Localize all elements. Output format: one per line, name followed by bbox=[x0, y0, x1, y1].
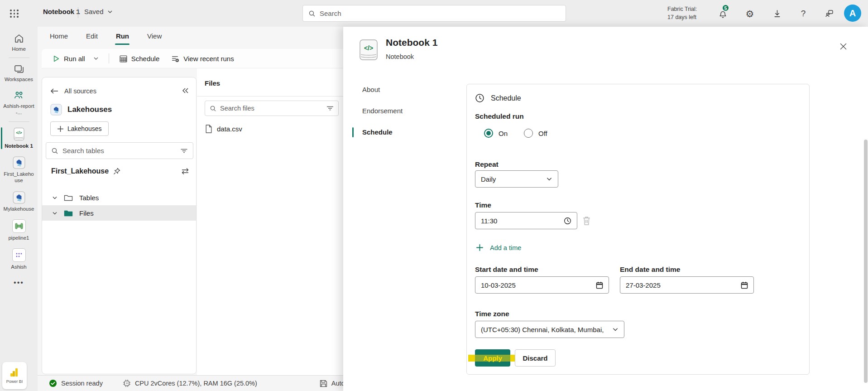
view-recent-runs-button[interactable]: View recent runs bbox=[168, 52, 237, 66]
cpu-icon bbox=[123, 379, 131, 387]
clock-icon[interactable] bbox=[564, 217, 571, 225]
schedule-label: Schedule bbox=[131, 55, 160, 63]
file-row-data-csv[interactable]: data.csv bbox=[205, 125, 242, 133]
workspaces-icon bbox=[14, 63, 24, 74]
radio-off-label: Off bbox=[538, 130, 547, 137]
add-lakehouses-button[interactable]: Lakehouses bbox=[50, 121, 109, 136]
nav-home[interactable]: Home bbox=[0, 27, 38, 56]
more-items-icon[interactable]: ••• bbox=[0, 274, 38, 291]
nav-pipeline1[interactable]: pipeline1 bbox=[0, 216, 38, 245]
timezone-value: (UTC+05:30) Chennai, Kolkata, Mumbai, Ne bbox=[481, 326, 604, 333]
save-status-label: Saved bbox=[84, 8, 104, 15]
repeat-value: Daily bbox=[481, 175, 496, 183]
product-label: Power BI bbox=[6, 379, 23, 384]
lakehouse-name-row[interactable]: First_Lakehouse bbox=[51, 167, 120, 175]
lakehouse-explorer: All sources Lakehouses Lakehouses bbox=[42, 77, 197, 374]
play-icon bbox=[53, 55, 60, 63]
repeat-dropdown[interactable]: Daily bbox=[475, 170, 558, 188]
trial-line1: Fabric Trial: bbox=[667, 5, 697, 13]
nav-label: pipeline1 bbox=[3, 235, 35, 241]
global-search-input[interactable] bbox=[320, 10, 560, 17]
schedule-button[interactable]: Schedule bbox=[115, 52, 163, 66]
end-date-input[interactable]: 27-03-2025 bbox=[620, 276, 754, 294]
modal-title: Notebook 1 bbox=[386, 37, 437, 48]
toolbar-divider bbox=[109, 53, 109, 63]
close-button[interactable] bbox=[836, 39, 850, 53]
collapse-panel-icon[interactable] bbox=[182, 87, 189, 94]
timezone-dropdown[interactable]: (UTC+05:30) Chennai, Kolkata, Mumbai, Ne bbox=[475, 321, 624, 338]
chevron-down-icon[interactable] bbox=[52, 195, 58, 200]
tab-edit[interactable]: Edit bbox=[86, 30, 98, 42]
chevron-down-icon[interactable] bbox=[93, 56, 99, 61]
nav-first-lakehouse[interactable]: First_Lakehouse bbox=[0, 153, 38, 188]
tables-search-input[interactable] bbox=[62, 147, 176, 154]
repeat-label: Repeat bbox=[475, 160, 499, 169]
apply-button[interactable]: Apply bbox=[475, 349, 510, 367]
nav-notebook-1[interactable]: </> Notebook 1 bbox=[0, 124, 38, 153]
discard-button[interactable]: Discard bbox=[515, 349, 556, 367]
notifications-button[interactable]: 5 bbox=[715, 6, 730, 21]
nav-workspace-ashish[interactable]: Ashish bbox=[0, 245, 38, 274]
file-name: data.csv bbox=[217, 125, 242, 133]
chevron-down-icon[interactable] bbox=[52, 210, 58, 216]
nav-workspace-ashish-report[interactable]: Ashish-report-... bbox=[0, 87, 38, 120]
folder-icon bbox=[64, 194, 73, 202]
session-ready-icon bbox=[49, 379, 57, 387]
run-all-button[interactable]: Run all bbox=[49, 52, 102, 65]
calendar-icon[interactable] bbox=[741, 281, 748, 289]
product-switcher[interactable]: Power BI bbox=[2, 362, 27, 389]
modal-nav: About Endorsement Schedule bbox=[362, 85, 403, 137]
notebook-icon: </> bbox=[13, 127, 25, 141]
modal-scrollbar[interactable] bbox=[864, 140, 868, 383]
search-icon bbox=[308, 10, 316, 17]
nav-item-endorsement[interactable]: Endorsement bbox=[362, 106, 403, 116]
nav-item-about[interactable]: About bbox=[362, 85, 403, 94]
swap-source-icon[interactable] bbox=[181, 167, 190, 175]
svg-text:</>: </> bbox=[364, 44, 373, 52]
nav-label: First_Lakehouse bbox=[3, 171, 35, 184]
pin-icon[interactable] bbox=[113, 168, 120, 175]
files-search-box bbox=[205, 101, 339, 116]
nav-label: Notebook 1 bbox=[3, 143, 35, 149]
help-button[interactable]: ? bbox=[796, 6, 810, 21]
start-date-input[interactable]: 10-03-2025 bbox=[475, 276, 609, 294]
delete-time-icon[interactable] bbox=[582, 216, 591, 226]
app-screen: Home Edit Run View Run all Schedule bbox=[0, 0, 868, 391]
search-icon bbox=[210, 105, 216, 112]
tab-view[interactable]: View bbox=[147, 30, 162, 42]
time-input[interactable]: 11:30 bbox=[475, 212, 577, 229]
filter-icon[interactable] bbox=[180, 148, 188, 154]
radio-on-control[interactable] bbox=[484, 129, 493, 138]
radio-off[interactable]: Off bbox=[524, 129, 547, 138]
settings-button[interactable]: ⚙ bbox=[743, 6, 757, 21]
session-status: Session ready bbox=[49, 379, 103, 387]
nav-label: Home bbox=[3, 46, 35, 52]
nav-mylakehouse[interactable]: Mylakehouse bbox=[0, 188, 38, 216]
feedback-button[interactable] bbox=[822, 6, 837, 21]
nav-workspaces[interactable]: Workspaces bbox=[0, 60, 38, 86]
tree-item-files[interactable]: Files bbox=[42, 205, 196, 221]
nav-label: Ashish-report-... bbox=[3, 103, 35, 116]
nav-item-schedule[interactable]: Schedule bbox=[362, 127, 403, 137]
tree-item-tables[interactable]: Tables bbox=[42, 190, 196, 205]
scheduled-run-label: Scheduled run bbox=[475, 112, 524, 121]
calendar-icon[interactable] bbox=[596, 281, 603, 289]
workspace-dots-icon bbox=[12, 248, 26, 262]
tab-run[interactable]: Run bbox=[116, 30, 129, 42]
lakehouse-icon bbox=[13, 191, 25, 204]
downloads-button[interactable] bbox=[770, 6, 784, 21]
app-launcher-icon[interactable] bbox=[10, 10, 19, 18]
radio-off-control[interactable] bbox=[524, 129, 533, 138]
save-status[interactable]: Saved bbox=[84, 8, 113, 15]
files-search-input[interactable] bbox=[220, 105, 323, 112]
top-bar: Notebook 1 Saved Fabric Trial: 17 days l… bbox=[0, 0, 868, 27]
filter-icon[interactable] bbox=[326, 105, 334, 111]
tab-home[interactable]: Home bbox=[50, 30, 68, 42]
arrow-left-icon bbox=[50, 88, 58, 94]
view-recent-label: View recent runs bbox=[183, 55, 234, 63]
all-sources-back[interactable]: All sources bbox=[50, 87, 96, 95]
account-avatar[interactable]: A bbox=[844, 5, 861, 22]
add-time-link[interactable]: Add a time bbox=[476, 244, 521, 251]
notification-badge: 5 bbox=[722, 4, 729, 12]
radio-on[interactable]: On bbox=[484, 129, 508, 138]
